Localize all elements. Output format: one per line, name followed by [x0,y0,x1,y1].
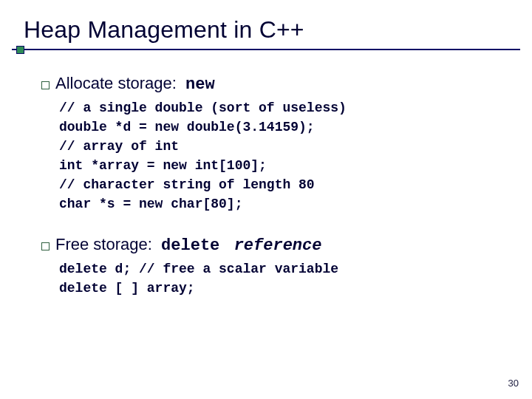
code-allocate: // a single double (sort of useless) dou… [59,98,499,214]
bullet-square-icon [41,242,50,250]
bullet-square-icon [41,81,50,89]
bullet-free: Free storage: delete reference [41,235,499,255]
divider-accent-box [16,46,24,54]
bullet-free-label: Free storage: [55,235,152,253]
slide-title: Heap Management in C++ [24,16,304,44]
bullet-allocate-text: Allocate storage: new [55,74,215,94]
keyword-reference: reference [224,236,321,255]
slide: Heap Management in C++ Allocate storage:… [0,0,532,399]
bullet-free-text: Free storage: delete reference [55,235,321,255]
title-divider [12,46,520,53]
page-number: 30 [508,378,519,389]
bullet-allocate: Allocate storage: new [41,74,499,94]
keyword-delete: delete [161,236,219,255]
content-area: Allocate storage: new // a single double… [41,74,499,318]
code-free: delete d; // free a scalar variable dele… [59,259,499,298]
bullet-allocate-label: Allocate storage: [55,74,177,92]
keyword-new: new [185,75,215,94]
divider-line [12,49,520,50]
